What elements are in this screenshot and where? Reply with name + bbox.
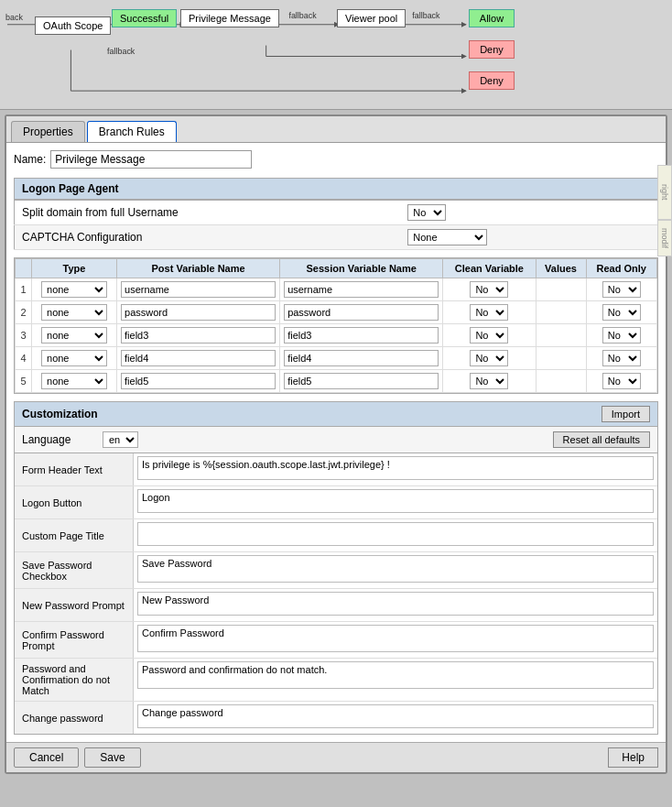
post-cell-3[interactable] — [117, 324, 280, 347]
post-input-1[interactable] — [121, 281, 276, 298]
post-cell-4[interactable] — [117, 347, 280, 370]
custom-textarea-6[interactable]: Password and confirmation do not match. — [137, 661, 654, 689]
session-cell-3[interactable] — [280, 324, 443, 347]
reset-defaults-button[interactable]: Reset all defaults — [553, 431, 650, 448]
deny1-node[interactable]: Deny — [469, 40, 515, 59]
type-select-1[interactable]: nonetextpasswordhidden — [41, 281, 107, 298]
type-select-3[interactable]: nonetextpasswordhidden — [41, 327, 107, 344]
readonly-select-2[interactable]: NoYes — [602, 304, 641, 321]
session-input-3[interactable] — [284, 327, 439, 344]
custom-textarea-0[interactable]: Is privilege is %{session.oauth.scope.la… — [137, 456, 654, 480]
clean-cell-2[interactable]: NoYes — [443, 301, 536, 324]
clean-select-5[interactable]: NoYes — [470, 373, 508, 389]
custom-value-6[interactable]: Password and confirmation do not match. — [134, 659, 657, 701]
split-domain-select[interactable]: No Yes — [407, 204, 446, 221]
viewer-pool-node[interactable]: Viewer pool — [337, 9, 406, 27]
post-input-4[interactable] — [121, 350, 276, 366]
session-cell-5[interactable] — [280, 370, 443, 393]
type-cell-2[interactable]: nonetextpasswordhidden — [32, 301, 117, 324]
custom-label-4: New Password Prompt — [15, 589, 134, 621]
readonly-cell-2[interactable]: NoYes — [586, 301, 656, 324]
session-input-4[interactable] — [284, 350, 439, 366]
custom-value-0[interactable]: Is privilege is %{session.oauth.scope.la… — [134, 453, 657, 485]
session-cell-4[interactable] — [280, 347, 443, 370]
row-num-5: 5 — [16, 370, 32, 393]
allow-node[interactable]: Allow — [469, 9, 515, 27]
readonly-select-1[interactable]: NoYes — [602, 281, 641, 298]
post-cell-1[interactable] — [117, 278, 280, 301]
type-select-5[interactable]: nonetextpasswordhidden — [41, 373, 107, 389]
custom-textarea-5[interactable]: Confirm Password — [137, 625, 654, 652]
custom-row-0: Form Header Text Is privilege is %{sessi… — [15, 453, 657, 486]
custom-textarea-7[interactable]: Change password — [137, 704, 654, 728]
language-select[interactable]: en fr de — [103, 431, 138, 448]
row-num-2: 2 — [16, 301, 32, 324]
tab-branch-rules[interactable]: Branch Rules — [87, 121, 177, 142]
help-button[interactable]: Help — [608, 747, 658, 768]
session-input-2[interactable] — [284, 304, 439, 321]
successful-node[interactable]: Successful — [112, 9, 177, 27]
captcha-label: CAPTCHA Configuration — [15, 225, 401, 250]
custom-row-4: New Password Prompt New Password — [15, 589, 657, 622]
col-readonly: Read Only — [586, 259, 656, 278]
col-session: Session Variable Name — [280, 259, 443, 278]
clean-cell-1[interactable]: NoYes — [443, 278, 536, 301]
custom-value-4[interactable]: New Password — [134, 589, 657, 621]
privilege-message-node[interactable]: Privilege Message — [180, 9, 279, 27]
readonly-select-4[interactable]: NoYes — [602, 350, 641, 366]
post-input-5[interactable] — [121, 373, 276, 389]
post-input-2[interactable] — [121, 304, 276, 321]
readonly-cell-1[interactable]: NoYes — [586, 278, 656, 301]
session-input-1[interactable] — [284, 281, 439, 298]
post-cell-2[interactable] — [117, 301, 280, 324]
cancel-button[interactable]: Cancel — [14, 747, 79, 768]
post-input-3[interactable] — [121, 327, 276, 344]
custom-row-1: Logon Button Logon — [15, 486, 657, 519]
custom-textarea-1[interactable]: Logon — [137, 489, 654, 513]
captcha-select[interactable]: None Basic reCAPTCHA — [407, 229, 487, 245]
custom-textarea-4[interactable]: New Password — [137, 592, 654, 616]
type-cell-1[interactable]: nonetextpasswordhidden — [32, 278, 117, 301]
readonly-cell-4[interactable]: NoYes — [586, 347, 656, 370]
custom-value-7[interactable]: Change password — [134, 702, 657, 734]
values-cell-2 — [536, 301, 586, 324]
clean-cell-5[interactable]: NoYes — [443, 370, 536, 393]
type-select-2[interactable]: nonetextpasswordhidden — [41, 304, 107, 321]
name-input[interactable] — [50, 150, 252, 169]
clean-select-1[interactable]: NoYes — [470, 281, 508, 298]
type-cell-5[interactable]: nonetextpasswordhidden — [32, 370, 117, 393]
readonly-cell-5[interactable]: NoYes — [586, 370, 656, 393]
custom-textarea-3[interactable]: Save Password — [137, 555, 654, 583]
clean-select-2[interactable]: NoYes — [470, 304, 508, 321]
custom-value-2[interactable] — [134, 519, 657, 551]
clean-cell-4[interactable]: NoYes — [443, 347, 536, 370]
type-select-4[interactable]: nonetextpasswordhidden — [41, 350, 107, 366]
readonly-cell-3[interactable]: NoYes — [586, 324, 656, 347]
name-label: Name: — [14, 153, 46, 166]
col-type: Type — [32, 259, 117, 278]
custom-value-5[interactable]: Confirm Password — [134, 622, 657, 658]
clean-cell-3[interactable]: NoYes — [443, 324, 536, 347]
save-button[interactable]: Save — [84, 747, 140, 768]
post-cell-5[interactable] — [117, 370, 280, 393]
language-row: Language en fr de Reset all defaults — [14, 427, 658, 453]
readonly-select-3[interactable]: NoYes — [602, 327, 641, 344]
deny2-node[interactable]: Deny — [469, 71, 515, 90]
custom-textarea-2[interactable] — [137, 522, 654, 546]
custom-value-3[interactable]: Save Password — [134, 552, 657, 588]
import-button[interactable]: Import — [602, 406, 650, 422]
type-cell-4[interactable]: nonetextpasswordhidden — [32, 347, 117, 370]
split-domain-row: Split domain from full Username No Yes — [15, 201, 658, 225]
clean-select-3[interactable]: NoYes — [470, 327, 508, 344]
table-row: 5 nonetextpasswordhidden NoYes NoYes — [16, 370, 657, 393]
oauth-scope-node[interactable]: OAuth Scope — [35, 16, 111, 35]
readonly-select-5[interactable]: NoYes — [602, 373, 641, 389]
clean-select-4[interactable]: NoYes — [470, 350, 508, 366]
custom-value-1[interactable]: Logon — [134, 486, 657, 518]
session-input-5[interactable] — [284, 373, 439, 389]
tab-properties[interactable]: Properties — [11, 121, 85, 142]
session-cell-1[interactable] — [280, 278, 443, 301]
type-cell-3[interactable]: nonetextpasswordhidden — [32, 324, 117, 347]
table-row: 4 nonetextpasswordhidden NoYes NoYes — [16, 347, 657, 370]
session-cell-2[interactable] — [280, 301, 443, 324]
